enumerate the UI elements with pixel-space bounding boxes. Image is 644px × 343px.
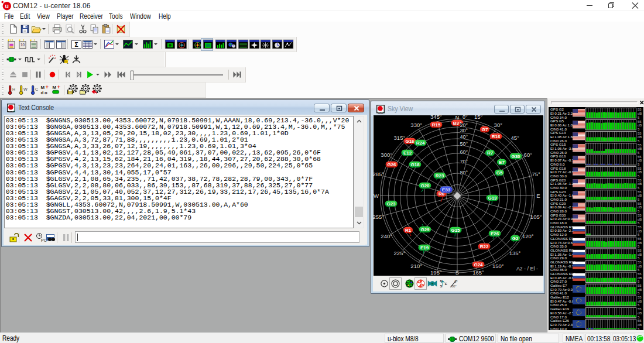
svg-text:E7: E7	[499, 160, 505, 165]
svg-text:55: 55	[638, 307, 642, 311]
svg-text:55: 55	[638, 214, 642, 217]
svg-text:G20: G20	[420, 183, 430, 188]
svg-text:dB: dB	[638, 300, 642, 303]
svg-text:dB: dB	[638, 218, 642, 221]
svg-text:165°: 165°	[472, 269, 484, 276]
svg-text:30°: 30°	[494, 122, 503, 128]
svg-text:315°: 315°	[394, 135, 406, 141]
svg-text:dB: dB	[638, 135, 642, 139]
svg-text:R1: R1	[405, 228, 412, 233]
svg-text:G26: G26	[387, 162, 396, 167]
svg-text:55: 55	[638, 296, 642, 299]
svg-text:55: 55	[638, 272, 642, 276]
svg-text:55: 55	[638, 132, 642, 135]
svg-text:dB: dB	[638, 194, 642, 197]
svg-text:S: S	[440, 284, 442, 288]
svg-text:135°: 135°	[509, 250, 521, 256]
svg-text:60°: 60°	[524, 152, 533, 158]
svg-text:R23: R23	[436, 173, 444, 179]
svg-text:195°: 195°	[430, 269, 442, 276]
svg-text:55: 55	[638, 202, 642, 205]
svg-text:E33: E33	[442, 187, 451, 193]
svg-text:50°: 50°	[460, 141, 468, 147]
svg-text:55: 55	[638, 190, 642, 194]
svg-text:M: M	[53, 85, 57, 90]
svg-text:W: W	[23, 87, 28, 92]
svg-text:G29: G29	[420, 227, 430, 232]
svg-text:15°: 15°	[474, 115, 483, 120]
svg-text:dB: dB	[638, 205, 642, 209]
svg-text:H: H	[12, 87, 15, 92]
svg-text:345°: 345°	[430, 115, 442, 120]
svg-text:dB: dB	[638, 170, 642, 174]
svg-text:80°: 80°	[460, 170, 468, 176]
svg-text:55: 55	[638, 319, 642, 323]
svg-text:R22: R22	[480, 244, 489, 249]
svg-text:E26: E26	[491, 231, 499, 236]
svg-text:E12: E12	[403, 150, 412, 156]
svg-text:80°: 80°	[451, 284, 456, 288]
svg-text:55: 55	[638, 179, 642, 182]
svg-text:R15: R15	[432, 122, 441, 128]
svg-text:dB: dB	[638, 253, 642, 256]
svg-text:E19: E19	[420, 245, 429, 251]
svg-text:G18: G18	[410, 162, 420, 167]
svg-text:G7: G7	[482, 127, 488, 132]
svg-text:150°: 150°	[492, 263, 504, 269]
svg-text:+: +	[57, 84, 61, 90]
svg-text:105°: 105°	[530, 214, 542, 220]
svg-text:330°: 330°	[410, 122, 422, 128]
svg-text:dB: dB	[638, 159, 642, 162]
svg-text:Az - / El -: Az - / El -	[516, 266, 538, 272]
svg-text:E: E	[536, 193, 540, 199]
svg-text:C/N0 10.0: C/N0 10.0	[550, 327, 567, 331]
svg-text:30°: 30°	[460, 128, 468, 133]
svg-text:55: 55	[638, 284, 642, 287]
svg-text:G13: G13	[488, 195, 497, 201]
svg-text:55: 55	[638, 167, 642, 170]
svg-text:G15: G15	[451, 228, 460, 233]
svg-text:dB: dB	[638, 124, 642, 127]
svg-text:+: +	[46, 84, 49, 90]
svg-text:55: 55	[638, 120, 642, 124]
svg-text:70°: 70°	[460, 159, 468, 164]
svg-text:G5: G5	[496, 170, 503, 176]
svg-text:R7: R7	[487, 150, 494, 156]
svg-text:E: E	[444, 282, 447, 286]
svg-text:u: u	[5, 2, 9, 9]
svg-text:d: d	[41, 90, 44, 95]
svg-text:o: o	[44, 90, 47, 95]
svg-text:0°: 0°	[454, 280, 457, 283]
svg-text:R24: R24	[416, 140, 425, 146]
svg-text:285°: 285°	[374, 171, 384, 177]
svg-text:55: 55	[638, 225, 642, 229]
svg-text:60°: 60°	[460, 149, 468, 155]
svg-text:dB: dB	[638, 288, 642, 291]
svg-text:G30: G30	[511, 154, 520, 159]
svg-text:40°: 40°	[460, 134, 468, 140]
svg-text:240°: 240°	[381, 233, 392, 239]
svg-text:dB: dB	[638, 182, 642, 186]
svg-text:G2: G2	[512, 236, 519, 241]
svg-text:dB: dB	[638, 265, 642, 268]
svg-text:55: 55	[638, 237, 642, 241]
svg-text:0°: 0°	[463, 115, 468, 120]
svg-text:300°: 300°	[381, 152, 392, 158]
svg-text:55: 55	[638, 143, 642, 147]
svg-text:55: 55	[638, 249, 642, 252]
svg-text:dB: dB	[638, 276, 642, 280]
svg-text:W: W	[374, 193, 379, 199]
svg-text:225°: 225°	[394, 250, 406, 256]
svg-text:dB: dB	[638, 323, 642, 327]
svg-text:dB: dB	[638, 147, 642, 150]
svg-text:Σ: Σ	[74, 42, 78, 48]
svg-text:10: 10	[20, 43, 25, 47]
svg-text:75°: 75°	[532, 171, 541, 177]
svg-text:dB: dB	[638, 241, 642, 245]
svg-text:55: 55	[638, 155, 642, 159]
svg-text:M: M	[41, 85, 45, 90]
svg-text:R16: R16	[492, 134, 501, 139]
svg-text:G23: G23	[386, 201, 396, 207]
svg-text:dB: dB	[638, 229, 642, 233]
svg-text:55: 55	[638, 260, 642, 264]
